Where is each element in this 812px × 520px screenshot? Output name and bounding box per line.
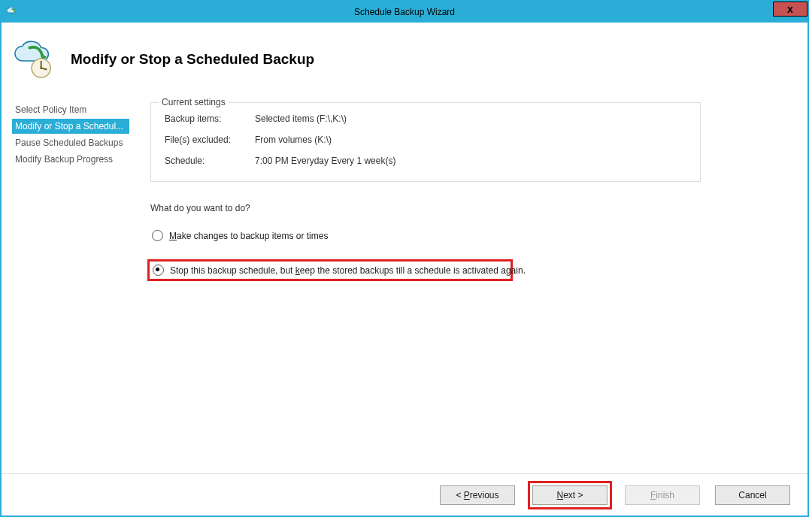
next-button[interactable]: Next > — [532, 485, 607, 505]
option-stop-schedule[interactable]: Stop this backup schedule, but keep the … — [147, 259, 513, 281]
radio-icon — [153, 265, 164, 276]
finish-button: Finish — [625, 485, 700, 505]
radio-icon — [152, 230, 163, 241]
cancel-button[interactable]: Cancel — [715, 485, 790, 505]
settings-row-backup-items: Backup items: Selected items (F:\,K:\) — [165, 113, 686, 124]
sidebar-item-select-policy[interactable]: Select Policy Item — [12, 102, 129, 117]
window-title: Schedule Backup Wizard — [2, 2, 807, 23]
settings-value: From volumes (K:\) — [255, 135, 332, 145]
settings-label: Backup items: — [165, 113, 255, 124]
close-icon: x — [787, 3, 793, 15]
button-bar: < Previous Next > Finish Cancel — [2, 473, 807, 515]
current-settings-group: Current settings Backup items: Selected … — [150, 102, 701, 182]
settings-label: Schedule: — [165, 156, 255, 166]
option-label: Make changes to backup items or times — [169, 231, 328, 241]
sidebar-item-modify-stop[interactable]: Modify or Stop a Schedul... — [12, 119, 129, 134]
page-title: Modify or Stop a Scheduled Backup — [71, 51, 314, 68]
settings-value: 7:00 PM Everyday Every 1 week(s) — [255, 156, 395, 166]
svg-point-5 — [40, 67, 42, 69]
close-button[interactable]: x — [773, 2, 807, 17]
settings-row-files-excluded: File(s) excluded: From volumes (K:\) — [165, 135, 686, 145]
wizard-window: Schedule Backup Wizard x Modify or Stop … — [0, 0, 809, 517]
question-prompt: What do you want to do? — [150, 203, 792, 213]
wizard-header-icon — [12, 38, 56, 81]
next-button-wrap: Next > — [528, 481, 612, 509]
settings-label: File(s) excluded: — [165, 135, 255, 145]
titlebar[interactable]: Schedule Backup Wizard x — [2, 2, 807, 23]
wizard-body: Select Policy Item Modify or Stop a Sche… — [2, 96, 807, 515]
previous-button[interactable]: < Previous — [440, 485, 515, 505]
settings-row-schedule: Schedule: 7:00 PM Everyday Every 1 week(… — [165, 156, 686, 166]
content-panel: Current settings Backup items: Selected … — [135, 96, 807, 515]
sidebar-item-modify-progress[interactable]: Modify Backup Progress — [12, 152, 129, 167]
previous-button-wrap: < Previous — [438, 483, 517, 507]
current-settings-legend: Current settings — [159, 97, 229, 107]
sidebar-item-pause-backups[interactable]: Pause Scheduled Backups — [12, 135, 129, 150]
header: Modify or Stop a Scheduled Backup — [2, 23, 807, 96]
settings-value: Selected items (F:\,K:\) — [255, 113, 347, 124]
sidebar: Select Policy Item Modify or Stop a Sche… — [2, 96, 135, 515]
option-label: Stop this backup schedule, but keep the … — [170, 265, 526, 276]
finish-button-wrap: Finish — [623, 483, 702, 507]
cancel-button-wrap: Cancel — [713, 483, 792, 507]
option-make-changes[interactable]: Make changes to backup items or times — [150, 227, 329, 244]
